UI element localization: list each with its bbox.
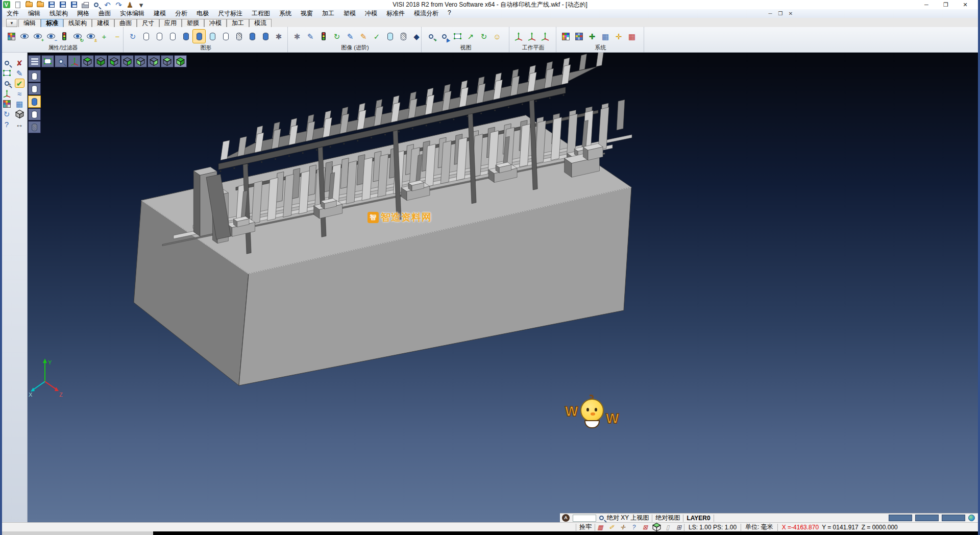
mdi-close-button[interactable]: ✕: [787, 11, 794, 16]
macro-recorder-icon[interactable]: ♟: [126, 1, 134, 9]
new-document-icon[interactable]: [13, 1, 22, 9]
layers-window-icon[interactable]: ▦: [15, 100, 24, 108]
tab-建模[interactable]: 建模: [92, 19, 114, 27]
view-top-icon[interactable]: [81, 55, 94, 67]
view-right-icon[interactable]: [121, 55, 134, 67]
visibility-toggle-icon[interactable]: ±: [85, 30, 97, 43]
visi-logo[interactable]: V: [2, 1, 11, 9]
menu-item-13[interactable]: 加工: [317, 9, 339, 18]
search-input[interactable]: [573, 515, 596, 522]
tab-dropdown-button[interactable]: ▼: [6, 19, 17, 27]
tab-塑膜[interactable]: 塑膜: [182, 19, 204, 27]
confirm-check-icon[interactable]: ✔: [15, 79, 24, 87]
tab-编辑[interactable]: 编辑: [18, 19, 41, 27]
render-options-icon[interactable]: ✱: [273, 30, 285, 43]
render-copy-icon[interactable]: [259, 30, 272, 43]
advanced-settings-icon[interactable]: ✱: [291, 30, 303, 43]
shaded-mode-icon[interactable]: [180, 30, 192, 43]
monitor-settings-icon[interactable]: [573, 30, 585, 43]
smile-view-icon[interactable]: ☺: [491, 30, 503, 43]
grid-red-icon[interactable]: ▦: [626, 30, 638, 43]
iso-box-icon[interactable]: [651, 523, 662, 531]
side-hatch-icon[interactable]: [28, 121, 41, 133]
view-back-icon[interactable]: [148, 55, 160, 67]
minimize-button[interactable]: ─: [917, 0, 936, 9]
menu-item-16[interactable]: 标准件: [382, 9, 409, 18]
visibility-add-icon[interactable]: +: [32, 30, 44, 43]
zoom-window-icon[interactable]: [55, 55, 67, 67]
capture-icon[interactable]: ▦: [595, 523, 605, 531]
menu-item-6[interactable]: 建模: [149, 9, 170, 18]
workplane-align-icon[interactable]: [526, 30, 538, 43]
workplane-icon[interactable]: [512, 30, 525, 43]
pan-arrow-icon[interactable]: ↗: [464, 30, 477, 43]
apply-check-icon[interactable]: ✓: [371, 30, 383, 43]
hatch-adv-icon[interactable]: [397, 30, 409, 43]
flat-mode-icon[interactable]: [219, 30, 232, 43]
translucent-mode-icon[interactable]: [206, 30, 218, 43]
close-button[interactable]: ✕: [955, 0, 975, 9]
machine-model-canvas[interactable]: YXZ: [28, 53, 978, 522]
regen-icon[interactable]: ↻: [3, 110, 11, 118]
maximize-button[interactable]: ❐: [936, 0, 955, 9]
help-icon[interactable]: ?: [629, 523, 639, 531]
view-axis-icon[interactable]: [68, 55, 81, 67]
side-wireframe-icon[interactable]: [28, 70, 41, 82]
print-preview-icon[interactable]: [92, 1, 101, 9]
hide-all-icon[interactable]: −: [111, 30, 124, 43]
open-insert-icon[interactable]: [36, 1, 44, 9]
windows-taskbar-edge[interactable]: [0, 531, 980, 535]
spline-edit-icon[interactable]: ≈: [15, 89, 24, 98]
units-indicator[interactable]: 单位: 毫米: [741, 523, 777, 531]
save-as-icon[interactable]: [58, 1, 67, 9]
attribute-books-icon[interactable]: [3, 100, 11, 108]
tab-模流[interactable]: 模流: [249, 19, 272, 27]
menu-item-2[interactable]: 线架构: [45, 9, 72, 18]
menu-item-10[interactable]: 工程图: [247, 9, 275, 18]
view-shaded-icon[interactable]: [174, 55, 187, 67]
table-window-icon[interactable]: ▦: [599, 30, 611, 43]
hide-solid-icon[interactable]: ⊠: [640, 523, 650, 531]
box-select-icon[interactable]: [3, 69, 11, 77]
visibility-refresh-icon[interactable]: ↻: [71, 30, 84, 43]
advanced-traffic-icon[interactable]: [317, 30, 330, 43]
actual-size-icon[interactable]: [451, 30, 463, 43]
save-all-icon[interactable]: [69, 1, 78, 9]
advanced-refresh-icon[interactable]: ↻: [331, 30, 343, 43]
view-mode-label[interactable]: 绝对视图: [655, 514, 680, 522]
redraw-icon[interactable]: ↻: [127, 30, 139, 43]
view-orientation-label[interactable]: 绝对 XY 上视图: [607, 514, 649, 522]
workplane-move-icon[interactable]: [539, 30, 551, 43]
snap-lock-label[interactable]: 拴牢: [576, 523, 595, 531]
shaded-edges-mode-icon[interactable]: [193, 30, 205, 43]
query-help-icon[interactable]: ?: [3, 120, 11, 128]
tab-应用[interactable]: 应用: [159, 19, 182, 27]
side-flat-icon[interactable]: [28, 108, 41, 120]
side-hidden-icon[interactable]: [28, 83, 41, 95]
texture-pencil-icon[interactable]: ✎: [357, 30, 370, 43]
measure-icon[interactable]: ↔: [15, 120, 24, 128]
color-swatch-1[interactable]: [889, 515, 912, 521]
menu-item-4[interactable]: 曲面: [94, 9, 115, 18]
clip-icon[interactable]: ▯: [663, 523, 673, 531]
advanced-edit-icon[interactable]: ✎: [304, 30, 316, 43]
layer-indicator[interactable]: LAYER0: [687, 515, 710, 522]
menu-item-18[interactable]: ?: [443, 9, 456, 18]
tab-冲模[interactable]: 冲模: [204, 19, 227, 27]
view-iso-icon[interactable]: [161, 55, 174, 67]
system-tools-icon[interactable]: ✚: [586, 30, 598, 43]
hidden-line-mode-icon[interactable]: [153, 30, 165, 43]
tab-尺寸[interactable]: 尺寸: [137, 19, 159, 27]
delete-entity-icon[interactable]: ✘: [15, 59, 24, 67]
entity-search-icon[interactable]: [3, 59, 11, 67]
menu-item-0[interactable]: 文件: [2, 9, 23, 18]
tab-标准[interactable]: 标准: [41, 19, 63, 27]
view-front-icon[interactable]: [108, 55, 120, 67]
entity-pick-icon[interactable]: ✐: [606, 523, 617, 531]
point-select-icon[interactable]: ✛: [612, 30, 625, 43]
attributes-palette-icon[interactable]: [5, 30, 17, 43]
side-shaded-icon[interactable]: [28, 95, 41, 108]
ucs-axis-icon[interactable]: [3, 89, 11, 98]
menu-item-5[interactable]: 实体编辑: [115, 9, 149, 18]
open-file-icon[interactable]: [24, 1, 33, 9]
